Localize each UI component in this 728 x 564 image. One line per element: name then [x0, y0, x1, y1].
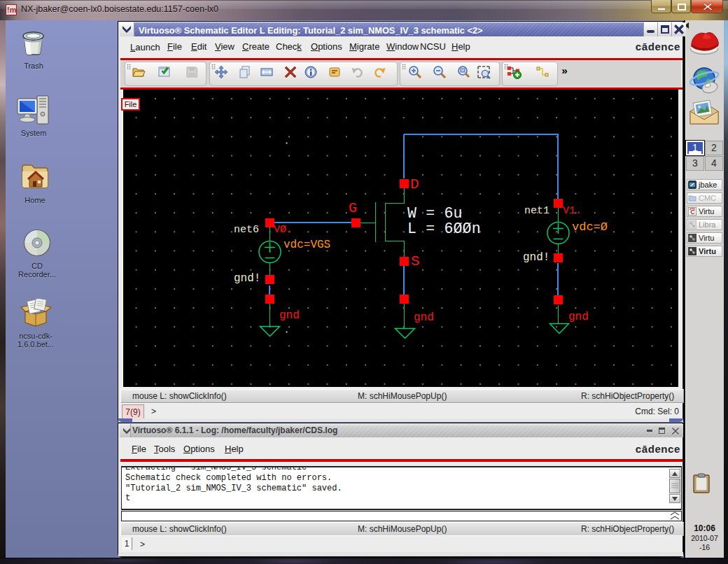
svg-text:C: C — [690, 209, 695, 216]
